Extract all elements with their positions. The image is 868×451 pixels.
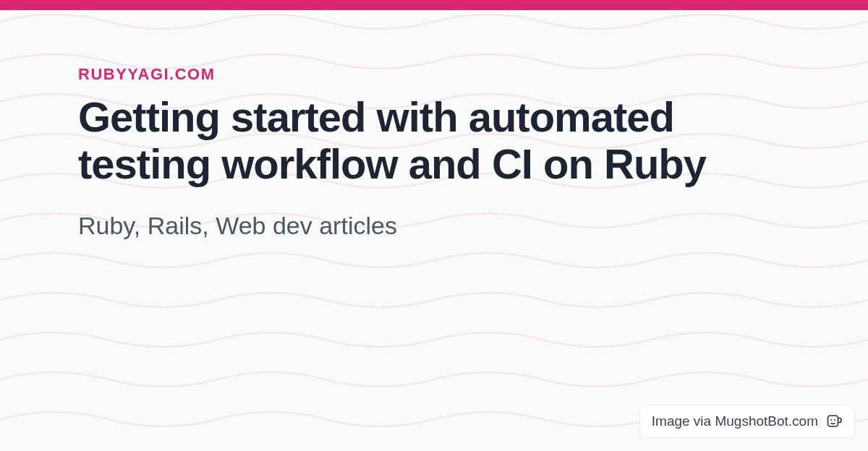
page-title: Getting started with automated testing w… bbox=[78, 94, 790, 188]
credit-badge: Image via MugshotBot.com bbox=[639, 405, 855, 438]
card-content: RUBYYAGI.COM Getting started with automa… bbox=[0, 0, 868, 241]
svg-rect-1 bbox=[828, 416, 838, 426]
svg-point-2 bbox=[830, 419, 832, 421]
svg-point-3 bbox=[834, 419, 835, 421]
mug-icon bbox=[825, 413, 843, 430]
credit-text: Image via MugshotBot.com bbox=[652, 413, 818, 429]
site-label: RUBYYAGI.COM bbox=[78, 65, 790, 84]
page-subtitle: Ruby, Rails, Web dev articles bbox=[78, 210, 790, 241]
accent-top-bar bbox=[0, 0, 868, 10]
